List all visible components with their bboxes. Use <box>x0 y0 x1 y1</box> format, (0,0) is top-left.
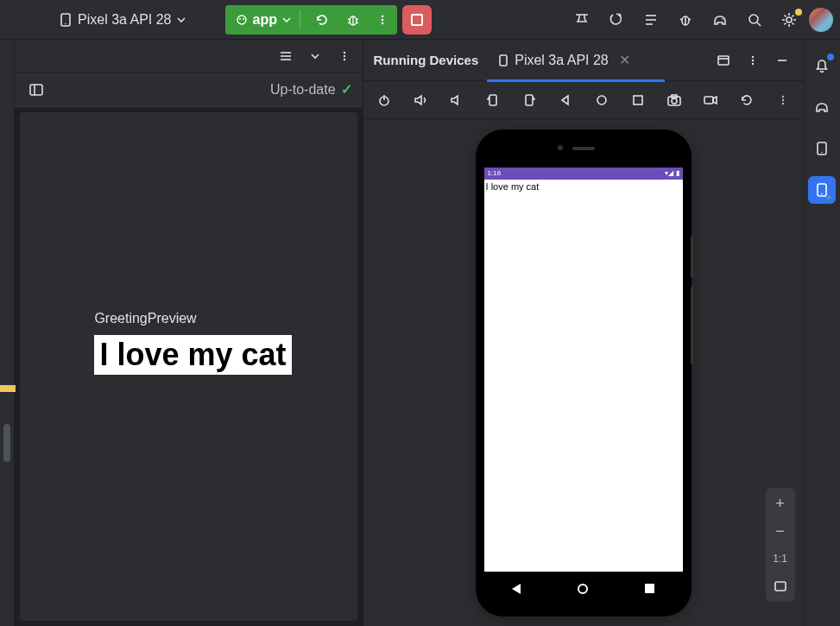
side-button-icon <box>691 287 693 364</box>
overview-button[interactable] <box>626 88 650 112</box>
settings-button[interactable] <box>774 5 804 35</box>
more-vertical-icon <box>777 94 789 106</box>
svg-point-29 <box>343 54 344 56</box>
volume-up-icon <box>413 92 428 108</box>
emulator-more-button[interactable] <box>771 88 795 112</box>
run-config-label: app <box>253 12 277 28</box>
circle-icon <box>595 93 609 107</box>
emulator-toolbar <box>363 81 804 119</box>
rotate-left-icon <box>485 92 501 108</box>
layout-toggle-button[interactable] <box>25 79 47 101</box>
window-mode-button[interactable] <box>712 49 735 72</box>
list-icon <box>642 11 660 28</box>
screenshot-button[interactable] <box>662 88 686 112</box>
volume-down-icon <box>449 92 464 108</box>
side-button-icon <box>691 235 693 278</box>
debug-button[interactable] <box>340 5 366 35</box>
more-vertical-icon <box>376 14 388 26</box>
device-tab[interactable]: Pixel 3a API 28 ✕ <box>494 40 634 81</box>
view-dropdown-button[interactable] <box>304 45 326 67</box>
preview-more-button[interactable] <box>333 45 356 67</box>
svg-rect-43 <box>526 95 533 105</box>
home-button[interactable] <box>590 88 614 112</box>
back-button[interactable] <box>553 88 578 112</box>
window-icon <box>717 54 730 67</box>
zoom-actual-button[interactable]: 1:1 <box>769 548 792 569</box>
preview-status-label: Up-to-date <box>270 82 336 98</box>
svg-point-22 <box>749 15 758 23</box>
svg-point-2 <box>237 16 246 24</box>
svg-point-38 <box>751 62 753 64</box>
device-selector[interactable]: Pixel 3a API 28 <box>50 9 194 31</box>
rotate-left-button[interactable] <box>481 88 505 112</box>
refresh-arrow-icon <box>608 11 625 28</box>
compose-preview-pane: Up-to-date ✓ GreetingPreview I love my c… <box>15 40 363 626</box>
scrollbar-thumb[interactable] <box>3 424 10 462</box>
svg-point-11 <box>382 15 384 17</box>
fit-screen-icon <box>774 579 787 593</box>
editor-gutter <box>0 40 15 626</box>
rerun-button[interactable] <box>309 5 335 35</box>
chevron-down-icon <box>310 51 320 61</box>
running-devices-tool-button[interactable]: + <box>808 176 836 204</box>
run-configuration[interactable]: app <box>225 5 397 35</box>
svg-rect-34 <box>718 56 729 65</box>
run-more-button[interactable] <box>371 5 394 35</box>
svg-rect-33 <box>500 55 507 66</box>
chevron-down-icon <box>282 16 291 24</box>
minimize-panel-button[interactable] <box>771 49 793 72</box>
preview-pane-toolbar <box>15 40 362 73</box>
volume-up-button[interactable] <box>408 88 433 112</box>
svg-point-24 <box>786 17 792 22</box>
svg-line-8 <box>357 19 358 20</box>
refresh-icon <box>314 12 330 28</box>
preview-canvas[interactable]: GreetingPreview I love my cat <box>20 112 357 621</box>
zoom-fit-button[interactable] <box>769 576 792 597</box>
svg-point-51 <box>781 98 783 100</box>
main-toolbar: Pixel 3a API 28 app <box>0 0 840 40</box>
view-list-button[interactable] <box>275 45 297 67</box>
svg-point-37 <box>751 59 753 60</box>
running-devices-pane: Running Devices Pixel 3a API 28 ✕ <box>363 40 804 626</box>
svg-line-9 <box>348 22 350 23</box>
nav-home-icon[interactable] <box>578 584 588 594</box>
elephant-button[interactable] <box>705 5 735 35</box>
close-tab-button[interactable]: ✕ <box>619 52 630 68</box>
status-icons: ▾◢ ▮ <box>665 169 679 177</box>
history-icon <box>739 92 755 108</box>
zoom-out-button[interactable]: − <box>769 521 792 541</box>
svg-point-50 <box>781 95 783 97</box>
app-inspection-button[interactable] <box>602 5 631 35</box>
nav-back-icon[interactable] <box>512 584 521 594</box>
search-button[interactable] <box>740 5 769 35</box>
profiler-button[interactable] <box>567 5 597 35</box>
phone-screen[interactable]: 1:16 ▾◢ ▮ I love my cat <box>484 168 683 572</box>
rotate-right-button[interactable] <box>517 88 541 112</box>
svg-point-57 <box>821 193 823 195</box>
extended-controls-button[interactable] <box>735 88 759 112</box>
zoom-in-button[interactable]: + <box>769 493 792 514</box>
svg-point-47 <box>672 98 677 104</box>
status-time: 1:16 <box>488 169 502 177</box>
power-button[interactable] <box>372 88 396 112</box>
avatar[interactable] <box>809 8 833 32</box>
back-triangle-icon <box>559 93 572 107</box>
device-tab-label: Pixel 3a API 28 <box>515 53 609 68</box>
bug-icon <box>677 11 694 28</box>
layout-inspector-button[interactable] <box>636 5 666 35</box>
notification-dot-icon <box>795 9 802 16</box>
nav-overview-icon[interactable] <box>645 584 654 593</box>
more-vertical-icon <box>338 50 351 62</box>
attach-debugger-button[interactable] <box>671 5 700 35</box>
record-button[interactable] <box>698 88 723 112</box>
notification-dot-icon <box>827 54 834 60</box>
notifications-button[interactable] <box>808 52 836 79</box>
square-icon <box>631 93 645 107</box>
android-status-bar: 1:16 ▾◢ ▮ <box>484 168 683 180</box>
panel-more-button[interactable] <box>742 49 764 72</box>
device-manager-button[interactable] <box>808 135 836 162</box>
stop-button[interactable] <box>402 5 432 35</box>
gradle-tool-button[interactable] <box>808 93 836 121</box>
android-nav-bar <box>484 575 683 603</box>
volume-down-button[interactable] <box>445 88 469 112</box>
